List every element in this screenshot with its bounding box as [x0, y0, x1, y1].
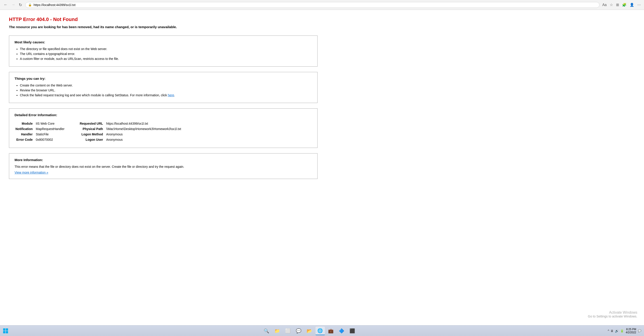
extensions-icon[interactable]: 🧩 [621, 2, 628, 8]
address-bar: 🔒 [25, 2, 600, 8]
browser-chrome: ← → ↻ 🔒 Aa ☆ ⊞ 🧩 👤 ⋯ [0, 0, 644, 10]
profile-icon[interactable]: Aa [601, 2, 608, 8]
browser-actions: Aa ☆ ⊞ 🧩 👤 ⋯ [601, 2, 642, 8]
detail-table: Module IIS Web Core Notification MapRequ… [14, 120, 312, 143]
view-more-information-link[interactable]: View more information » [14, 171, 48, 174]
user-icon[interactable]: 👤 [629, 2, 635, 8]
lock-icon: 🔒 [28, 3, 32, 6]
most-likely-causes-heading: Most likely causes: [14, 40, 312, 44]
forward-button[interactable]: → [10, 1, 16, 8]
things-you-can-try-box: Things you can try: Create the content o… [9, 72, 318, 103]
handler-label: Handler [16, 132, 35, 136]
error-title: HTTP Error 404.0 - Not Found [9, 16, 318, 22]
refresh-button[interactable]: ↻ [18, 1, 24, 8]
requested-url-label: Requested URL [80, 122, 105, 125]
things-you-can-try-heading: Things you can try: [14, 77, 312, 80]
collections-icon[interactable]: ⊞ [615, 2, 620, 8]
list-item: Review the browser URL. [20, 88, 312, 92]
address-input[interactable] [34, 3, 596, 7]
list-item: A custom filter or module, such as URLSc… [20, 57, 312, 60]
error-code-label: Error Code [16, 138, 35, 141]
detail-right-col: Requested URL https://localhost:44399/sx… [79, 120, 182, 143]
things-you-can-try-list: Create the content on the Web server. Re… [14, 83, 312, 97]
detail-row: Physical Path \\Mac\Home\Desktop\Homewor… [80, 127, 181, 131]
list-item: Check the failed request tracing log and… [20, 93, 312, 97]
detail-row: Error Code 0x80070002 [16, 138, 64, 141]
more-information-heading: More Information: [14, 158, 312, 162]
list-item: The URL contains a typographical error. [20, 52, 312, 56]
favorites-icon[interactable]: ☆ [609, 2, 614, 8]
detail-row: Logon User Anonymous [80, 138, 181, 141]
detailed-error-box: Detailed Error Information: Module IIS W… [9, 108, 318, 148]
detail-row: Handler StaticFile [16, 132, 64, 136]
list-item: The directory or file specified does not… [20, 47, 312, 51]
most-likely-causes-list: The directory or file specified does not… [14, 47, 312, 60]
detail-row: Logon Method Anonymous [80, 132, 181, 136]
back-button[interactable]: ← [2, 1, 9, 8]
more-information-box: More Information: This error means that … [9, 153, 318, 179]
handler-value: StaticFile [36, 132, 64, 136]
logon-method-value: Anonymous [106, 132, 181, 136]
logon-user-label: Logon User [80, 138, 105, 141]
list-item: Create the content on the Web server. [20, 83, 312, 87]
notification-value: MapRequestHandler [36, 127, 64, 131]
requested-url-value: https://localhost:44399/sx1l.txt [106, 122, 181, 125]
detail-row: Notification MapRequestHandler [16, 127, 64, 131]
detail-row: Module IIS Web Core [16, 122, 64, 125]
nav-buttons: ← → ↻ [2, 1, 24, 8]
module-value: IIS Web Core [36, 122, 64, 125]
error-code-value: 0x80070002 [36, 138, 64, 141]
module-label: Module [16, 122, 35, 125]
detailed-error-heading: Detailed Error Information: [14, 113, 312, 117]
logon-method-label: Logon Method [80, 132, 105, 136]
page-content: HTTP Error 404.0 - Not Found The resourc… [0, 10, 326, 191]
more-information-text: This error means that the file or direct… [14, 165, 312, 168]
logon-user-value: Anonymous [106, 138, 181, 141]
physical-path-label: Physical Path [80, 127, 105, 131]
physical-path-value: \\Mac\Home\Desktop\Homework3\Homework3\s… [106, 127, 181, 131]
notification-label: Notification [16, 127, 35, 131]
detail-row: Requested URL https://localhost:44399/sx… [80, 122, 181, 125]
here-link[interactable]: here [168, 93, 174, 97]
menu-icon[interactable]: ⋯ [636, 2, 642, 8]
error-subtitle: The resource you are looking for has bee… [9, 25, 318, 29]
detail-left-col: Module IIS Web Core Notification MapRequ… [14, 120, 65, 143]
most-likely-causes-box: Most likely causes: The directory or fil… [9, 35, 318, 66]
